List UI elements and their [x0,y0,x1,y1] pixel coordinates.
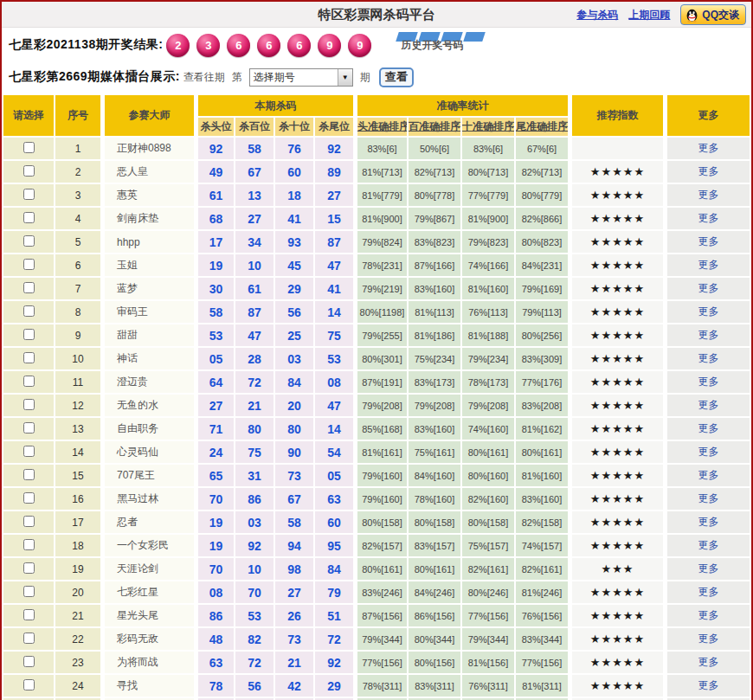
row-select-checkbox[interactable] [23,586,35,597]
row-select-checkbox[interactable] [23,446,35,457]
sort-tail-accuracy-link[interactable]: 尾准确排序 [516,120,568,132]
kill-number: 61 [196,184,234,206]
master-name: 彩码无敌 [102,628,194,650]
row-select-checkbox[interactable] [23,259,35,270]
accuracy-value: 80%[158] [462,511,514,533]
more-link[interactable]: 更多 [698,656,719,668]
more-link[interactable]: 更多 [698,352,719,364]
row-select-checkbox[interactable] [23,189,35,200]
row-select-checkbox[interactable] [23,679,35,690]
more-link[interactable]: 更多 [698,189,719,201]
qq-chat-button[interactable]: QQ交谈 [680,4,746,25]
row-select-checkbox[interactable] [23,539,35,550]
row-select-checkbox[interactable] [23,142,35,153]
accuracy-value: 50%[6] [409,138,460,159]
row-select-checkbox[interactable] [23,235,35,247]
accuracy-value: 79%[824] [355,231,407,253]
last-period-review-link[interactable]: 上期回顾 [628,3,670,26]
accuracy-value: 81%[311] [516,675,568,697]
row-select-checkbox[interactable] [23,305,35,317]
master-name: 黑马过林 [102,488,194,510]
join-killcode-link[interactable]: 参与杀码 [576,3,618,26]
more-link[interactable]: 更多 [698,679,719,691]
more-link[interactable]: 更多 [698,235,719,247]
row-select-checkbox[interactable] [23,352,35,363]
kill-number: 92 [315,138,353,159]
row-select-checkbox[interactable] [23,633,35,644]
master-name: 甜甜 [102,324,194,346]
more-link[interactable]: 更多 [698,212,719,224]
row-select-checkbox[interactable] [23,492,35,504]
more-link[interactable]: 更多 [698,165,719,177]
more-link[interactable]: 更多 [698,282,719,294]
more-link[interactable]: 更多 [698,399,719,411]
view-button[interactable]: 查看 [379,67,414,87]
accuracy-value: 81%[161] [355,441,407,463]
row-select-cell [3,558,54,580]
more-link[interactable]: 更多 [698,329,719,341]
row-select-checkbox[interactable] [23,376,35,387]
more-cell: 更多 [665,231,750,253]
accuracy-value: 80%[1198] [355,301,407,323]
sort-head-accuracy-link[interactable]: 头准确排序 [357,120,407,132]
row-select-checkbox[interactable] [23,165,35,177]
row-select-cell [3,581,54,603]
accuracy-value: 81%[779] [355,184,407,206]
row-select-checkbox[interactable] [23,656,35,667]
more-cell: 更多 [665,395,750,416]
row-select-checkbox[interactable] [23,282,35,293]
kill-number: 63 [196,652,234,673]
more-link[interactable]: 更多 [698,305,719,318]
more-cell: 更多 [665,184,750,206]
accuracy-value: 80%[779] [516,184,568,206]
kill-number: 45 [275,254,313,276]
more-link[interactable]: 更多 [698,609,719,621]
more-link[interactable]: 更多 [698,586,719,598]
accuracy-value: 84%[231] [516,254,568,276]
star-rating: ★★★★★ [570,418,663,440]
row-select-checkbox[interactable] [23,399,35,410]
row-select-checkbox[interactable] [23,609,35,620]
accuracy-value: 83%[246] [355,581,407,603]
more-link[interactable]: 更多 [698,516,719,528]
sort-hundred-accuracy-link[interactable]: 百准确排序 [409,120,460,132]
more-cell: 更多 [665,371,750,393]
more-link[interactable]: 更多 [698,259,719,271]
star-rating: ★★★★★ [570,628,663,650]
row-select-checkbox[interactable] [23,516,35,527]
more-link[interactable]: 更多 [698,469,719,481]
accuracy-value: 83%[6] [355,138,407,159]
more-link[interactable]: 更多 [698,633,719,645]
row-select-checkbox[interactable] [23,329,35,340]
period-select[interactable]: 选择期号 ▼ [249,68,353,87]
row-select-checkbox[interactable] [23,212,35,223]
sort-ten-accuracy-link[interactable]: 十准确排序 [462,120,514,132]
more-link[interactable]: 更多 [698,446,719,458]
more-link[interactable]: 更多 [698,492,719,504]
more-link[interactable]: 更多 [698,539,719,551]
kill-number: 80 [275,418,313,440]
more-link[interactable]: 更多 [698,562,719,575]
master-name: 707尾王 [102,465,194,486]
row-select-checkbox[interactable] [23,422,35,433]
kill-number: 80 [235,418,274,440]
accuracy-value: 81%[246] [516,581,568,603]
row-select-checkbox[interactable] [23,469,35,480]
accuracy-value: 76%[113] [462,301,514,323]
more-link[interactable]: 更多 [698,376,719,388]
star-rating: ★★★★★ [570,278,663,299]
row-select-checkbox[interactable] [23,562,35,574]
history-numbers-link[interactable]: 历史开奖号码 [397,36,467,55]
kill-number: 82 [235,628,274,650]
more-link[interactable]: 更多 [698,422,719,434]
row-number: 23 [55,652,100,673]
row-number: 13 [55,418,100,440]
more-link[interactable]: 更多 [698,142,719,154]
result-bar: 七星彩2021138期开奖结果: 2366699 历史开奖号码 [2,28,751,62]
kill-number: 84 [315,558,353,580]
star-rating: ★★★ [570,558,663,580]
master-name: 正财神0898 [102,138,194,159]
master-name: 心灵码仙 [102,441,194,463]
row-number: 3 [55,184,100,206]
kill-number: 72 [235,371,274,393]
